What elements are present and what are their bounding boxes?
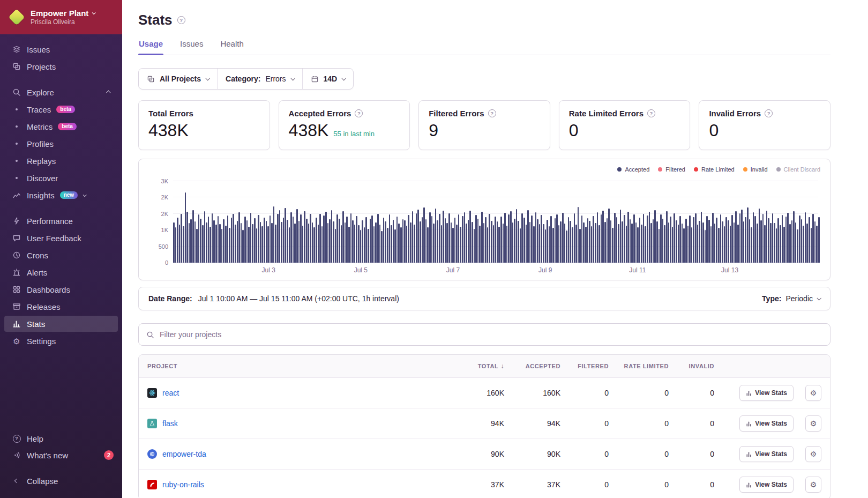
chart-bar[interactable] [766,211,768,263]
chart-bar[interactable] [368,229,369,263]
chart-bar[interactable] [531,215,533,263]
chart-bar[interactable] [578,207,579,263]
chart-bar[interactable] [747,207,749,263]
chart-bar[interactable] [780,225,781,263]
chart-bar[interactable] [331,210,333,263]
chart-bar[interactable] [225,226,227,263]
chart-bar[interactable] [664,225,665,263]
chart-bar[interactable] [660,214,662,263]
chart-bar[interactable] [189,223,190,263]
chart-bar[interactable] [650,223,652,263]
chart-bar[interactable] [812,214,814,263]
sidebar-item-profiles[interactable]: Profiles [4,136,118,152]
chart-bar[interactable] [433,224,435,263]
chart-bar[interactable] [597,212,598,263]
chart-bar[interactable] [639,218,641,263]
sidebar-collapse-button[interactable]: Collapse [4,473,118,489]
chart-bar[interactable] [556,214,558,263]
chart-bar[interactable] [446,223,448,263]
chart-bar[interactable] [495,217,496,263]
chart-bar[interactable] [799,215,800,263]
chart-bar[interactable] [448,213,450,263]
chart-bar[interactable] [445,218,446,263]
chart-bar[interactable] [329,219,331,263]
chart-bar[interactable] [702,222,704,263]
view-stats-button[interactable]: View Stats [739,415,794,432]
chart-bar[interactable] [185,192,186,263]
chart-bar[interactable] [487,227,489,263]
chart-bar[interactable] [346,217,348,263]
chart-bar[interactable] [398,224,400,263]
chart-bar[interactable] [260,222,261,263]
chart-bar[interactable] [393,220,394,263]
chart-bar[interactable] [287,220,288,263]
chart-bar[interactable] [227,215,229,263]
chart-bar[interactable] [443,211,444,263]
chart-bar[interactable] [204,211,206,263]
chart-bar[interactable] [412,211,414,263]
chart-bar[interactable] [803,226,804,263]
chart-bar[interactable] [414,225,415,263]
chart-bar[interactable] [402,219,404,263]
chart-bar[interactable] [708,220,710,263]
chart-bar[interactable] [333,221,334,263]
chart-bar[interactable] [549,226,550,263]
chart-bar[interactable] [441,225,443,263]
sidebar-item-traces[interactable]: Traces beta [4,101,118,117]
sidebar-item-stats[interactable]: Stats [4,316,118,332]
chart-bar[interactable] [427,227,429,263]
chart-bar[interactable] [313,227,315,263]
chart-bar[interactable] [341,225,342,263]
org-switcher[interactable]: Empower Plant Priscila Oliveira [0,0,122,34]
chart-bar[interactable] [198,214,200,263]
chart-bar[interactable] [562,213,564,263]
chart-bar[interactable] [327,223,329,263]
sidebar-item-user-feedback[interactable]: User Feedback [4,230,118,246]
chart-bar[interactable] [175,227,177,263]
chart-bar[interactable] [479,226,481,263]
chart-bar[interactable] [474,229,475,263]
chart-bar[interactable] [500,217,502,263]
chart-bar[interactable] [383,218,385,263]
chart-bar[interactable] [697,225,699,263]
chart-bar[interactable] [503,224,504,263]
chart-bar[interactable] [734,222,735,263]
project-link[interactable]: react [162,389,179,397]
chart-bar[interactable] [691,227,693,263]
chart-bar[interactable] [379,225,381,263]
project-link[interactable]: ruby-on-rails [162,480,204,489]
chart-bar[interactable] [689,215,691,263]
chart-bar[interactable] [676,220,677,263]
chart-bar[interactable] [768,218,769,263]
chart-bar[interactable] [668,222,670,263]
chart-bar[interactable] [527,210,529,263]
chart-bar[interactable] [294,224,296,263]
chart-bar[interactable] [283,218,285,263]
chart-bar[interactable] [410,222,411,263]
legend-item-rate-limited[interactable]: Rate Limited [694,166,735,173]
chart-bar[interactable] [818,217,820,263]
chart-bar[interactable] [516,209,518,263]
help-icon[interactable]: ? [647,109,655,117]
chart-bar[interactable] [672,227,674,263]
sidebar-item-performance[interactable]: Performance [4,213,118,229]
chart-bar[interactable] [774,223,775,263]
chart-bar[interactable] [429,212,431,263]
chart-bar[interactable] [757,224,758,263]
chart-bar[interactable] [645,226,646,263]
chart-bar[interactable] [375,222,377,263]
chart-bar[interactable] [208,217,209,263]
chart-bar[interactable] [514,219,515,263]
chart-bar[interactable] [451,222,452,263]
chart-bar[interactable] [633,214,635,263]
chart-bar[interactable] [256,228,258,263]
chart-bar[interactable] [662,219,664,263]
chart-bar[interactable] [348,227,350,263]
chart-bar[interactable] [695,213,697,263]
chart-bar[interactable] [336,214,338,263]
chart-bar[interactable] [358,225,360,263]
chart-bar[interactable] [244,217,246,263]
chart-bar[interactable] [685,219,687,263]
chart-bar[interactable] [659,229,660,263]
help-icon[interactable]: ? [355,109,363,117]
